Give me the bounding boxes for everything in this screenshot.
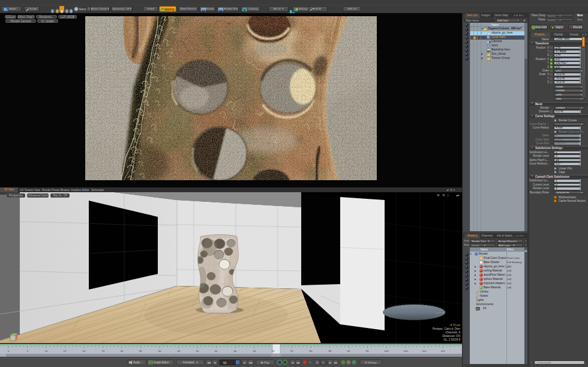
svg-text:70: 70 [272, 350, 275, 353]
svg-text:●▾: ●▾ [456, 193, 460, 197]
svg-text:Channels: 9: Channels: 9 [445, 331, 460, 334]
svg-text:-4.73 um: -4.73 um [449, 324, 460, 327]
svg-text:75: 75 [290, 350, 293, 353]
svg-text:✛: ✛ [437, 193, 440, 197]
svg-text:Animated ▾: Animated ▾ [182, 361, 198, 364]
svg-text:85: 85 [329, 350, 332, 353]
svg-text:35: 35 [139, 350, 142, 353]
svg-text:❖: ❖ [316, 362, 318, 364]
svg-text:▶ Play: ▶ Play [261, 361, 269, 364]
svg-text:60: 60 [234, 350, 237, 353]
svg-text:90: 90 [347, 350, 350, 353]
svg-text:105: 105 [403, 350, 408, 353]
svg-text:100: 100 [384, 350, 389, 353]
svg-text:▶I: ▶I [329, 362, 331, 364]
svg-text:115: 115 [441, 350, 446, 353]
svg-text:+z 0.5 m: +z 0.5 m [435, 311, 445, 314]
svg-text:80: 80 [310, 350, 313, 353]
svg-text:FX: FX [476, 308, 479, 311]
svg-text:|◀: |◀ [292, 362, 294, 364]
svg-text:▶▶: ▶▶ [334, 362, 337, 364]
svg-text:65: 65 [253, 350, 256, 353]
svg-text:Perspec. Calm-it: Own: Perspec. Calm-it: Own [433, 327, 460, 330]
svg-text:▶: ▶ [244, 362, 246, 364]
svg-text:110: 110 [422, 350, 427, 353]
svg-text:45: 45 [178, 350, 181, 353]
svg-text:⬈ ⚙ ▾: ⬈ ⚙ ▾ [446, 188, 455, 192]
svg-text:Distances: ON: Distances: ON [442, 335, 460, 338]
svg-text:⌕: ⌕ [447, 193, 449, 197]
svg-text:50: 50 [196, 350, 199, 353]
svg-text:15: 15 [64, 350, 67, 353]
svg-text:Audio: Audio [133, 361, 140, 364]
svg-text:40: 40 [158, 350, 161, 353]
svg-text:Graph Editor: Graph Editor [154, 361, 169, 364]
svg-text:◀: ◀ [214, 362, 216, 364]
svg-text:▶▶: ▶▶ [249, 362, 253, 364]
svg-text:GL: 2.53/19.8: GL: 2.53/19.8 [443, 338, 460, 341]
svg-text:25: 25 [102, 350, 105, 353]
svg-text:20: 20 [83, 350, 86, 353]
svg-text:55: 55 [215, 350, 218, 353]
svg-text:95: 95 [366, 350, 369, 353]
svg-text:◀◀: ◀◀ [207, 362, 211, 364]
svg-text:30: 30 [121, 350, 124, 353]
svg-text:60: 60 [223, 362, 227, 365]
svg-text:◀◀: ◀◀ [296, 362, 299, 364]
svg-text:⚙ Settings: ⚙ Settings [365, 361, 377, 364]
svg-text:10: 10 [45, 350, 48, 353]
svg-text:↻: ↻ [442, 193, 445, 197]
